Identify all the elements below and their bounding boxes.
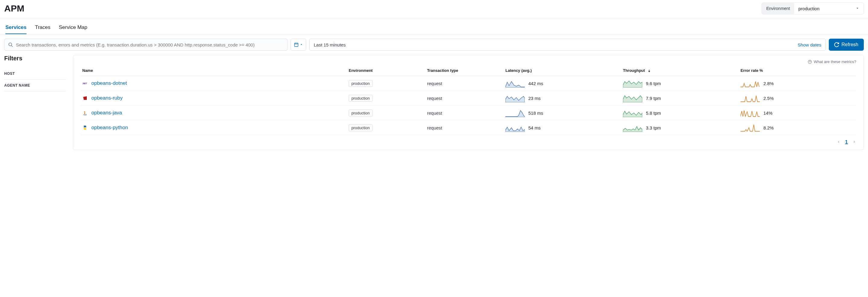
throughput-sparkline — [623, 124, 642, 132]
calendar-icon — [294, 42, 299, 47]
error-rate-value: 2.8% — [764, 81, 774, 86]
table-row: opbeans-ruby production request 23 ms — [81, 91, 856, 106]
throughput-value: 5.8 tpm — [646, 110, 661, 116]
svg-point-7 — [810, 62, 810, 63]
page-current[interactable]: 1 — [845, 139, 848, 145]
latency-value: 442 ms — [528, 81, 543, 86]
svg-text:.NET: .NET — [82, 82, 87, 84]
service-link[interactable]: opbeans-python — [91, 125, 128, 131]
search-input[interactable] — [16, 42, 284, 47]
search-box[interactable] — [4, 38, 287, 51]
filters-sidebar: Filters HOST AGENT NAME — [4, 55, 66, 91]
svg-point-11 — [84, 114, 87, 115]
latency-sparkline — [505, 94, 525, 102]
svg-rect-2 — [294, 43, 298, 47]
col-error-rate[interactable]: Error rate % — [739, 65, 856, 76]
col-throughput[interactable]: Throughput — [621, 65, 739, 76]
show-dates-link[interactable]: Show dates — [798, 42, 821, 47]
tab-service-map[interactable]: Service Map — [59, 24, 87, 34]
latency-sparkline — [505, 109, 525, 117]
table-row: opbeans-java production request 518 ms — [81, 106, 856, 120]
main-area: Filters HOST AGENT NAME What are these m… — [0, 51, 868, 154]
date-range-text: Last 15 minutes — [314, 42, 346, 47]
chevron-left-icon — [837, 140, 840, 144]
error-rate-sparkline — [741, 79, 760, 87]
filters-title: Filters — [4, 55, 66, 62]
throughput-sparkline — [623, 79, 642, 87]
date-range[interactable]: Last 15 minutes Show dates — [309, 38, 826, 51]
question-circle-icon — [808, 60, 812, 64]
metrics-help-label: What are these metrics? — [814, 59, 856, 64]
filter-bar: Last 15 minutes Show dates Refresh — [0, 34, 868, 51]
python-icon — [82, 125, 88, 130]
transaction-type: request — [427, 81, 442, 86]
service-link[interactable]: opbeans-ruby — [91, 95, 123, 101]
latency-sparkline — [505, 124, 525, 132]
throughput-sparkline — [623, 94, 642, 102]
transaction-type: request — [427, 125, 442, 130]
page-next[interactable] — [852, 140, 856, 144]
refresh-icon — [834, 42, 839, 47]
pagination: 1 — [81, 135, 856, 145]
nav-tabs: Services Traces Service Map — [0, 19, 868, 34]
svg-point-0 — [9, 43, 12, 46]
page-title: APM — [4, 3, 24, 14]
environment-select[interactable]: production — [794, 3, 864, 14]
page-prev[interactable] — [837, 140, 840, 144]
environment-badge: production — [349, 110, 373, 116]
error-rate-sparkline — [741, 124, 760, 132]
table-row: .NET opbeans-dotnet production request 4… — [81, 76, 856, 91]
environment-picker: Environment production — [762, 2, 864, 15]
col-name[interactable]: Name — [81, 65, 347, 76]
transaction-type: request — [427, 96, 442, 101]
environment-label: Environment — [762, 3, 794, 14]
search-icon — [8, 42, 13, 47]
latency-value: 518 ms — [528, 110, 543, 116]
table-row: opbeans-python production request 54 ms — [81, 120, 856, 135]
metrics-help-link[interactable]: What are these metrics? — [81, 55, 856, 65]
dotnet-icon: .NET — [82, 81, 88, 86]
java-icon — [82, 110, 88, 116]
error-rate-value: 14% — [764, 110, 772, 116]
error-rate-sparkline — [741, 94, 760, 102]
error-rate-sparkline — [741, 109, 760, 117]
filter-agent-name[interactable]: AGENT NAME — [4, 80, 66, 91]
error-rate-value: 2.5% — [764, 96, 774, 101]
service-link[interactable]: opbeans-java — [91, 110, 122, 116]
refresh-label: Refresh — [841, 42, 858, 47]
date-picker-button[interactable] — [290, 38, 306, 51]
chevron-right-icon — [852, 140, 856, 144]
svg-marker-10 — [83, 96, 87, 100]
tab-traces[interactable]: Traces — [35, 24, 50, 34]
filter-host[interactable]: HOST — [4, 68, 66, 80]
col-transaction-type[interactable]: Transaction type — [425, 65, 504, 76]
service-link[interactable]: opbeans-dotnet — [91, 80, 127, 86]
throughput-value: 3.3 tpm — [646, 125, 661, 130]
col-throughput-label: Throughput — [623, 68, 645, 73]
sort-desc-icon — [647, 69, 651, 73]
services-table: Name Environment Transaction type Latenc… — [81, 65, 856, 135]
latency-sparkline — [505, 79, 525, 87]
chevron-down-icon — [856, 7, 859, 10]
error-rate-value: 8.2% — [764, 125, 774, 130]
environment-badge: production — [349, 80, 373, 87]
svg-line-1 — [11, 46, 13, 47]
ruby-icon — [82, 96, 88, 101]
environment-badge: production — [349, 95, 373, 102]
throughput-sparkline — [623, 109, 642, 117]
environment-badge: production — [349, 124, 373, 131]
refresh-button[interactable]: Refresh — [829, 38, 864, 51]
chevron-down-icon — [300, 43, 303, 46]
throughput-value: 7.9 tpm — [646, 96, 661, 101]
services-card: What are these metrics? Name Environment… — [73, 55, 864, 150]
throughput-value: 9.6 tpm — [646, 81, 661, 86]
tab-services[interactable]: Services — [5, 24, 27, 34]
col-latency[interactable]: Latency (avg.) — [504, 65, 621, 76]
page-header: APM Environment production — [0, 0, 868, 19]
environment-value: production — [798, 6, 819, 11]
latency-value: 23 ms — [528, 96, 541, 101]
latency-value: 54 ms — [528, 125, 541, 130]
col-environment[interactable]: Environment — [347, 65, 425, 76]
transaction-type: request — [427, 110, 442, 116]
